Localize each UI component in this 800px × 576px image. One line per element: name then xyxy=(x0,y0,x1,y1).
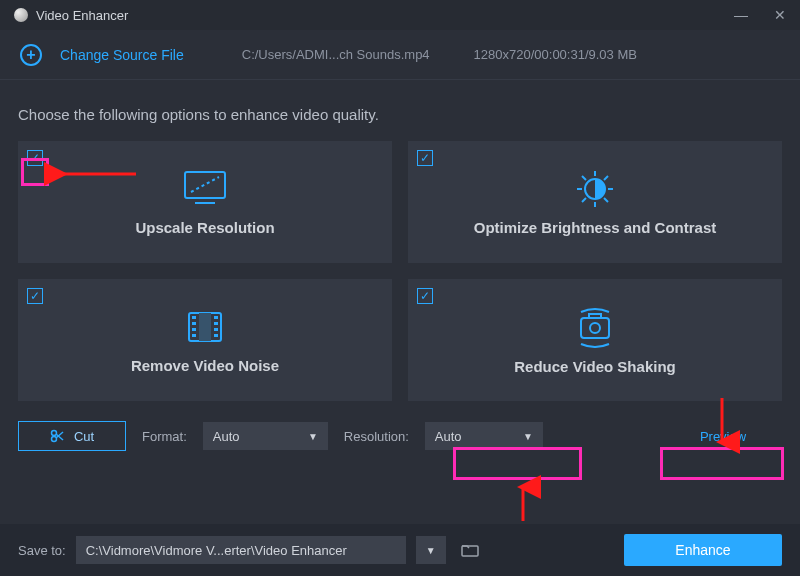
cut-button[interactable]: Cut xyxy=(18,421,126,451)
minimize-button[interactable]: — xyxy=(734,7,748,23)
svg-rect-22 xyxy=(581,318,609,338)
svg-rect-18 xyxy=(214,316,218,319)
format-label: Format: xyxy=(142,429,187,444)
format-select[interactable]: Auto ▼ xyxy=(203,422,328,450)
camera-shake-icon xyxy=(567,306,623,348)
resolution-value: Auto xyxy=(435,429,462,444)
svg-rect-16 xyxy=(192,328,196,331)
card-reduce-shaking[interactable]: ✓ Reduce Video Shaking xyxy=(408,279,782,401)
app-title: Video Enhancer xyxy=(36,8,128,23)
save-path-field[interactable]: C:\Vidmore\Vidmore V...erter\Video Enhan… xyxy=(76,536,406,564)
card-shaking-label: Reduce Video Shaking xyxy=(514,358,675,375)
controls-row: Cut Format: Auto ▼ Resolution: Auto ▼ Pr… xyxy=(18,421,782,451)
folder-icon xyxy=(461,543,479,557)
svg-line-1 xyxy=(191,177,219,192)
card-noise-label: Remove Video Noise xyxy=(131,357,279,374)
svg-rect-0 xyxy=(185,172,225,198)
source-file-meta: 1280x720/00:00:31/9.03 MB xyxy=(474,47,637,62)
svg-rect-13 xyxy=(199,313,211,341)
annotation-highlight xyxy=(660,447,784,480)
svg-line-9 xyxy=(604,198,608,202)
title-bar: Video Enhancer — ✕ xyxy=(0,0,800,30)
options-grid: ✓ Upscale Resolution ✓ xyxy=(18,141,782,401)
add-source-icon[interactable]: + xyxy=(20,44,42,66)
annotation-highlight xyxy=(453,447,582,480)
enhance-button[interactable]: Enhance xyxy=(624,534,782,566)
scissors-icon xyxy=(50,429,64,443)
brightness-icon xyxy=(569,169,621,209)
card-upscale-resolution[interactable]: ✓ Upscale Resolution xyxy=(18,141,392,263)
format-value: Auto xyxy=(213,429,240,444)
browse-folder-button[interactable] xyxy=(456,536,484,564)
checkbox-noise[interactable]: ✓ xyxy=(27,288,43,304)
svg-rect-29 xyxy=(462,546,478,556)
save-path-dropdown[interactable]: ▼ xyxy=(416,536,446,564)
change-source-button[interactable]: Change Source File xyxy=(60,47,184,63)
svg-line-11 xyxy=(604,176,608,180)
svg-rect-14 xyxy=(192,316,196,319)
preview-label: Preview xyxy=(700,429,746,444)
chevron-down-icon: ▼ xyxy=(426,545,436,556)
monitor-icon xyxy=(179,169,231,209)
svg-rect-19 xyxy=(214,322,218,325)
svg-rect-23 xyxy=(589,314,601,318)
instruction-text: Choose the following options to enhance … xyxy=(18,106,782,123)
resolution-label: Resolution: xyxy=(344,429,409,444)
save-to-label: Save to: xyxy=(18,543,66,558)
close-button[interactable]: ✕ xyxy=(774,7,786,23)
source-toolbar: + Change Source File C:/Users/ADMI...ch … xyxy=(0,30,800,80)
source-file-path: C:/Users/ADMI...ch Sounds.mp4 xyxy=(242,47,430,62)
checkbox-shaking[interactable]: ✓ xyxy=(417,288,433,304)
chevron-down-icon: ▼ xyxy=(523,431,533,442)
svg-point-24 xyxy=(590,323,600,333)
svg-rect-20 xyxy=(214,328,218,331)
preview-button[interactable]: Preview xyxy=(664,421,782,451)
resolution-select[interactable]: Auto ▼ xyxy=(425,422,543,450)
film-icon xyxy=(179,307,231,347)
cut-label: Cut xyxy=(74,429,94,444)
save-path-value: C:\Vidmore\Vidmore V...erter\Video Enhan… xyxy=(86,543,347,558)
card-upscale-label: Upscale Resolution xyxy=(135,219,274,236)
app-icon xyxy=(14,8,28,22)
svg-rect-21 xyxy=(214,334,218,337)
svg-line-8 xyxy=(582,176,586,180)
svg-line-10 xyxy=(582,198,586,202)
checkbox-upscale[interactable]: ✓ xyxy=(27,150,43,166)
annotation-arrow xyxy=(516,483,530,527)
card-remove-noise[interactable]: ✓ Remove Video Noise xyxy=(18,279,392,401)
footer-bar: Save to: C:\Vidmore\Vidmore V...erter\Vi… xyxy=(0,524,800,576)
enhance-label: Enhance xyxy=(675,542,730,558)
svg-rect-17 xyxy=(192,334,196,337)
svg-rect-15 xyxy=(192,322,196,325)
checkbox-brightness[interactable]: ✓ xyxy=(417,150,433,166)
card-brightness-label: Optimize Brightness and Contrast xyxy=(474,219,717,236)
chevron-down-icon: ▼ xyxy=(308,431,318,442)
card-brightness-contrast[interactable]: ✓ Optimize Brightness and Contrast xyxy=(408,141,782,263)
